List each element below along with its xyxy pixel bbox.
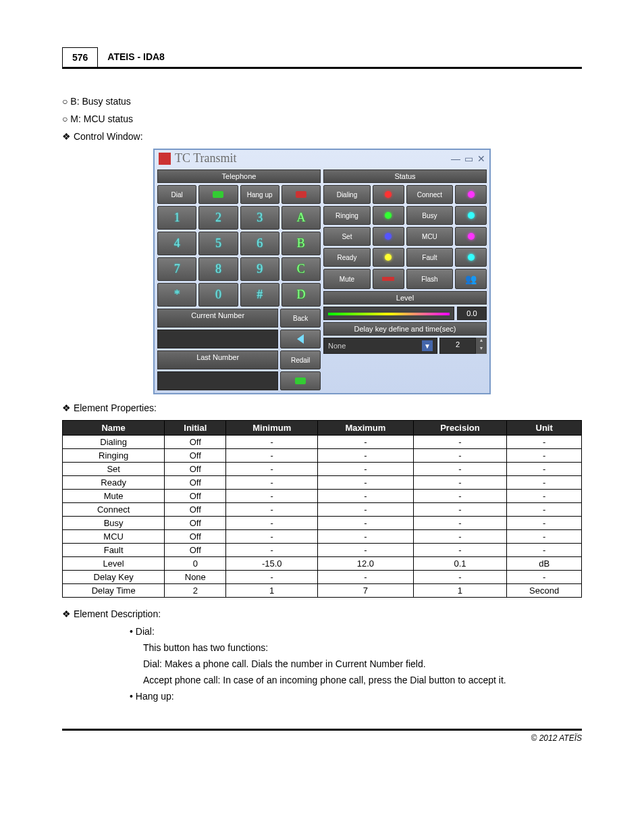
current-number-field[interactable] bbox=[157, 330, 278, 348]
status-ready-label: Ready bbox=[323, 248, 371, 267]
window-title: TC Transmit bbox=[175, 151, 237, 165]
table-row: Delay KeyNone---- bbox=[63, 571, 582, 584]
phone-hangup-icon bbox=[296, 191, 306, 198]
redail-icon-button[interactable] bbox=[280, 371, 321, 390]
status-ringing-label: Ringing bbox=[323, 206, 371, 225]
current-number-label: Current Number bbox=[157, 309, 278, 328]
minimize-icon[interactable]: — bbox=[451, 153, 460, 164]
desc-dial-label: Dial: bbox=[130, 626, 582, 637]
hangup-icon-button[interactable] bbox=[281, 185, 321, 204]
desc-dial-1: Dial: Makes a phone call. Dials the numb… bbox=[143, 658, 582, 669]
redail-button[interactable]: Redail bbox=[280, 350, 321, 369]
delay-label: Delay key define and time(sec) bbox=[323, 322, 487, 336]
status-busy-indicator bbox=[455, 206, 487, 225]
table-row: RingingOff---- bbox=[63, 449, 582, 463]
col-initial: Initial bbox=[165, 421, 226, 436]
page-number: 576 bbox=[62, 47, 98, 67]
keypad: 123A456B789C*0#D bbox=[157, 206, 321, 307]
chevron-down-icon: ▼ bbox=[422, 340, 433, 351]
status-grid: DialingConnectRingingBusySetMCUReadyFaul… bbox=[323, 185, 487, 289]
level-value: 0.0 bbox=[457, 307, 487, 320]
arrow-left-icon bbox=[297, 334, 304, 344]
hangup-button[interactable]: Hang up bbox=[240, 185, 279, 204]
keypad-key-B[interactable]: B bbox=[281, 232, 321, 255]
delay-time-spinner[interactable]: 2 ▲▼ bbox=[439, 338, 487, 354]
phone-pickup-icon bbox=[213, 191, 223, 198]
keypad-key-D[interactable]: D bbox=[281, 283, 321, 307]
col-minimum: Minimum bbox=[226, 421, 318, 436]
status-ringing-indicator bbox=[373, 206, 404, 225]
table-row: Delay Time2171Second bbox=[63, 584, 582, 598]
page-header: 576 ATEIS - IDA8 bbox=[62, 47, 582, 69]
spin-up-icon[interactable]: ▲ bbox=[476, 338, 487, 346]
redial-icon bbox=[295, 377, 306, 384]
status-connect-indicator bbox=[455, 185, 487, 204]
tc-transmit-window: TC Transmit — ▭ ✕ Telephone Dial Hang up… bbox=[153, 149, 491, 394]
doc-title: ATEIS - IDA8 bbox=[98, 47, 174, 67]
status-flash-indicator: 👥 bbox=[455, 269, 487, 289]
status-mcu-label: MCU bbox=[406, 227, 454, 246]
keypad-key-1[interactable]: 1 bbox=[157, 206, 196, 230]
status-flash-label: Flash bbox=[406, 269, 454, 289]
dial-icon-button[interactable] bbox=[198, 185, 238, 204]
keypad-key-8[interactable]: 8 bbox=[198, 257, 238, 281]
delay-time-value: 2 bbox=[439, 338, 476, 354]
maximize-icon[interactable]: ▭ bbox=[464, 153, 473, 164]
table-row: MuteOff---- bbox=[63, 490, 582, 503]
status-set-label: Set bbox=[323, 227, 371, 246]
keypad-key-4[interactable]: 4 bbox=[157, 232, 196, 255]
status-panel: Status DialingConnectRingingBusySetMCURe… bbox=[323, 170, 487, 390]
status-mute-indicator bbox=[373, 269, 404, 289]
keypad-key-9[interactable]: 9 bbox=[240, 257, 279, 281]
table-row: MCUOff---- bbox=[63, 530, 582, 544]
table-row: ReadyOff---- bbox=[63, 476, 582, 490]
level-label: Level bbox=[323, 291, 487, 305]
status-dialing-label: Dialing bbox=[323, 185, 371, 204]
delay-key-combo[interactable]: None ▼ bbox=[323, 338, 437, 354]
status-mute-label: Mute bbox=[323, 269, 371, 289]
keypad-key-A[interactable]: A bbox=[281, 206, 321, 230]
keypad-key-6[interactable]: 6 bbox=[240, 232, 279, 255]
table-row: ConnectOff---- bbox=[63, 503, 582, 517]
col-name: Name bbox=[63, 421, 165, 436]
status-set-indicator bbox=[373, 227, 404, 246]
back-arrow-button[interactable] bbox=[280, 330, 321, 348]
table-row: SetOff---- bbox=[63, 463, 582, 476]
bullet-element-description: Element Description: bbox=[62, 608, 582, 619]
close-icon[interactable]: ✕ bbox=[477, 153, 485, 164]
bullet-element-properties: Element Properties: bbox=[62, 402, 582, 413]
last-number-field[interactable] bbox=[157, 371, 278, 390]
desc-hangup-label: Hang up: bbox=[130, 691, 582, 702]
spin-down-icon[interactable]: ▼ bbox=[476, 346, 487, 354]
last-number-label: Last Number bbox=[157, 350, 278, 369]
desc-dial-2: Accept phone call: In case of an incomin… bbox=[143, 675, 582, 685]
keypad-key-2[interactable]: 2 bbox=[198, 206, 238, 230]
keypad-key-C[interactable]: C bbox=[281, 257, 321, 281]
status-header: Status bbox=[323, 170, 487, 183]
col-unit: Unit bbox=[507, 421, 582, 436]
telephone-header: Telephone bbox=[157, 170, 321, 183]
table-row: DialingOff---- bbox=[63, 436, 582, 449]
app-logo-icon bbox=[159, 153, 171, 165]
status-dialing-indicator bbox=[373, 185, 404, 204]
col-maximum: Maximum bbox=[318, 421, 413, 436]
status-ready-indicator bbox=[373, 248, 404, 267]
keypad-key-*[interactable]: * bbox=[157, 283, 196, 307]
dial-button[interactable]: Dial bbox=[157, 185, 196, 204]
keypad-key-3[interactable]: 3 bbox=[240, 206, 279, 230]
keypad-key-7[interactable]: 7 bbox=[157, 257, 196, 281]
desc-dial-intro: This button has two functions: bbox=[143, 642, 582, 653]
bullet-b-status: B: Busy status bbox=[62, 96, 582, 107]
keypad-key-5[interactable]: 5 bbox=[198, 232, 238, 255]
keypad-key-#[interactable]: # bbox=[240, 283, 279, 307]
level-slider[interactable] bbox=[323, 307, 454, 320]
keypad-key-0[interactable]: 0 bbox=[198, 283, 238, 307]
back-button[interactable]: Back bbox=[280, 309, 321, 328]
table-row: FaultOff---- bbox=[63, 544, 582, 557]
delay-key-value: None bbox=[328, 342, 346, 350]
properties-table: NameInitialMinimumMaximumPrecisionUnit D… bbox=[62, 420, 582, 598]
table-row: BusyOff---- bbox=[63, 517, 582, 530]
bullet-control-window: Control Window: bbox=[62, 131, 582, 142]
status-mcu-indicator bbox=[455, 227, 487, 246]
status-fault-label: Fault bbox=[406, 248, 454, 267]
